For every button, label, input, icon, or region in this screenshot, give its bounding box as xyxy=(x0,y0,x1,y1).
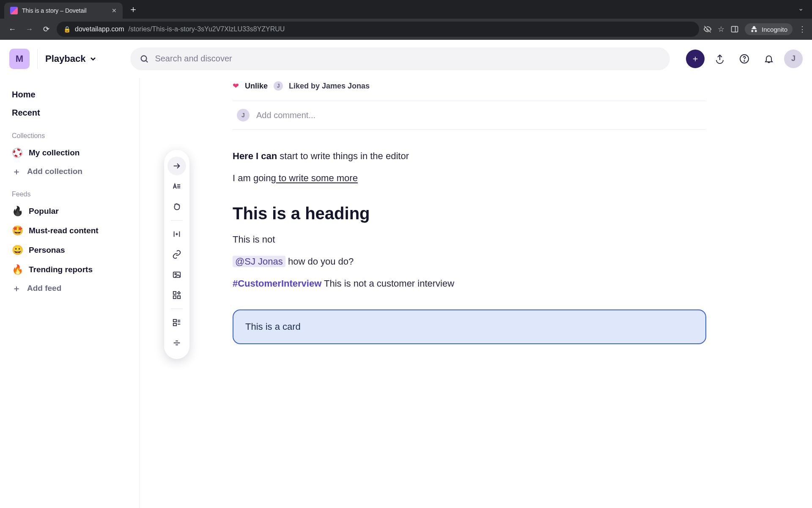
chevron-down-icon xyxy=(89,55,97,63)
tab-title: This is a story – Dovetail xyxy=(22,7,107,14)
forward-button[interactable]: → xyxy=(23,23,36,36)
help-button[interactable] xyxy=(735,50,754,68)
close-tab-icon[interactable]: ✕ xyxy=(112,7,117,14)
incognito-badge[interactable]: Incognito xyxy=(745,23,793,35)
text: This is not a customer interview xyxy=(321,278,454,289)
sidebar-home[interactable]: Home xyxy=(6,86,133,104)
main-layout: Home Recent Collections My collection ＋ … xyxy=(0,78,812,508)
toolbar-separator xyxy=(171,220,183,221)
like-row: ❤ Unlike J Liked by James Jonas xyxy=(233,78,706,101)
content-area: ❤ Unlike J Liked by James Jonas J Add co… xyxy=(140,78,812,508)
paragraph[interactable]: #CustomerInterview This is not a custome… xyxy=(233,276,706,291)
tab-strip: This is a story – Dovetail ✕ ＋ ⌄ xyxy=(0,0,812,19)
kebab-menu-icon[interactable]: ⋮ xyxy=(798,25,806,34)
toolbar-text-style-button[interactable] xyxy=(167,177,186,196)
url-host: dovetailapp.com xyxy=(75,25,124,33)
upload-button[interactable] xyxy=(710,50,729,68)
paragraph[interactable]: This is not xyxy=(233,232,706,247)
text: start to write things in the editor xyxy=(277,151,409,161)
address-bar-row: ← → ⟳ 🔒 dovetailapp.com/stories/This-is-… xyxy=(0,19,812,40)
toolbar-drag-button[interactable] xyxy=(167,197,186,216)
chrome-action-icons: ☆ Incognito ⋮ xyxy=(703,23,806,35)
fire-icon: 🔥 xyxy=(12,264,23,275)
browser-tab[interactable]: This is a story – Dovetail ✕ xyxy=(4,3,123,19)
svg-point-2 xyxy=(141,55,147,61)
search-placeholder: Search and discover xyxy=(155,54,232,64)
add-feed-label: Add feed xyxy=(27,284,61,293)
paragraph[interactable]: @SJ Jonas how do you do? xyxy=(233,254,706,269)
eye-off-icon[interactable] xyxy=(703,25,712,33)
workspace-picker[interactable]: Playback xyxy=(45,53,97,64)
toolbar-expand-button[interactable] xyxy=(167,157,186,175)
smile-icon: 😀 xyxy=(12,245,23,256)
comment-avatar: J xyxy=(237,109,250,121)
svg-point-5 xyxy=(744,61,745,61)
collections-label: Collections xyxy=(6,122,133,143)
feed-label: Must-read content xyxy=(29,226,99,235)
comment-composer[interactable]: J Add comment... xyxy=(233,101,706,130)
paragraph[interactable]: I am going to write some more xyxy=(233,171,706,185)
text: how do you do? xyxy=(285,256,354,267)
star-eyes-icon: 🤩 xyxy=(12,225,23,236)
underlined-text: to write some more xyxy=(276,173,358,183)
create-button[interactable]: ＋ xyxy=(686,50,705,68)
card-block[interactable]: This is a card xyxy=(233,309,706,344)
hashtag[interactable]: #CustomerInterview xyxy=(233,278,321,289)
sidebar-feed-popular[interactable]: 🔥 Popular xyxy=(6,202,133,221)
plus-icon: ＋ xyxy=(12,284,21,293)
liker-avatar: J xyxy=(274,81,283,91)
app-header: M Playback Search and discover ＋ J xyxy=(0,40,812,78)
window-chevron-icon[interactable]: ⌄ xyxy=(798,4,804,12)
svg-rect-15 xyxy=(173,272,181,278)
url-path: /stories/This-is-a-story-3sYu2V7XlzLU33s… xyxy=(129,25,285,33)
bold-text: Here I can xyxy=(233,151,277,161)
back-button[interactable]: ← xyxy=(6,23,19,36)
browser-chrome: This is a story – Dovetail ✕ ＋ ⌄ ← → ⟳ 🔒… xyxy=(0,0,812,40)
svg-rect-0 xyxy=(732,26,738,32)
star-icon[interactable]: ☆ xyxy=(718,25,724,34)
toolbar-layout-button[interactable] xyxy=(167,313,186,332)
search-input[interactable]: Search and discover xyxy=(130,47,670,70)
add-collection-button[interactable]: ＋ Add collection xyxy=(6,163,133,180)
new-tab-button[interactable]: ＋ xyxy=(129,3,138,16)
feed-label: Personas xyxy=(29,246,65,255)
svg-rect-20 xyxy=(173,320,176,322)
toolbar-widgets-button[interactable] xyxy=(167,286,186,304)
feeds-label: Feeds xyxy=(6,180,133,202)
paragraph[interactable]: Here I can start to write things in the … xyxy=(233,149,706,163)
sidebar-feed-personas[interactable]: 😀 Personas xyxy=(6,240,133,260)
user-avatar[interactable]: J xyxy=(784,50,803,68)
reload-button[interactable]: ⟳ xyxy=(40,23,52,36)
add-collection-label: Add collection xyxy=(27,167,82,176)
feed-label: Trending reports xyxy=(29,265,93,274)
svg-rect-17 xyxy=(173,292,176,294)
life-buoy-icon xyxy=(12,147,23,158)
sidebar-feed-trending[interactable]: 🔥 Trending reports xyxy=(6,260,133,279)
card-text: This is a card xyxy=(245,321,301,332)
add-feed-button[interactable]: ＋ Add feed xyxy=(6,279,133,297)
unlike-button[interactable]: Unlike xyxy=(245,82,268,91)
toolbar-column-button[interactable] xyxy=(167,225,186,243)
notifications-button[interactable] xyxy=(760,50,778,68)
toolbar-divider-button[interactable] xyxy=(167,334,186,352)
sidebar-collection-item[interactable]: My collection xyxy=(6,143,133,163)
incognito-icon xyxy=(750,25,758,33)
plus-icon: ＋ xyxy=(12,167,21,176)
heart-icon[interactable]: ❤ xyxy=(233,81,239,91)
mention-chip[interactable]: @SJ Jonas xyxy=(233,256,285,267)
panel-icon[interactable] xyxy=(730,25,739,33)
editor-toolbar xyxy=(164,150,189,359)
sidebar-feed-must-read[interactable]: 🤩 Must-read content xyxy=(6,221,133,240)
sidebar-recent[interactable]: Recent xyxy=(6,104,133,122)
toolbar-link-button[interactable] xyxy=(167,245,186,264)
favicon xyxy=(10,7,18,14)
workspace-avatar[interactable]: M xyxy=(9,49,30,69)
flame-icon: 🔥 xyxy=(12,206,23,217)
toolbar-image-button[interactable] xyxy=(167,265,186,284)
workspace-name: Playback xyxy=(45,53,85,64)
divider xyxy=(37,49,38,69)
svg-point-16 xyxy=(175,273,176,275)
svg-line-3 xyxy=(146,61,148,62)
heading[interactable]: This is a heading xyxy=(233,204,706,223)
address-bar[interactable]: 🔒 dovetailapp.com/stories/This-is-a-stor… xyxy=(57,22,699,37)
